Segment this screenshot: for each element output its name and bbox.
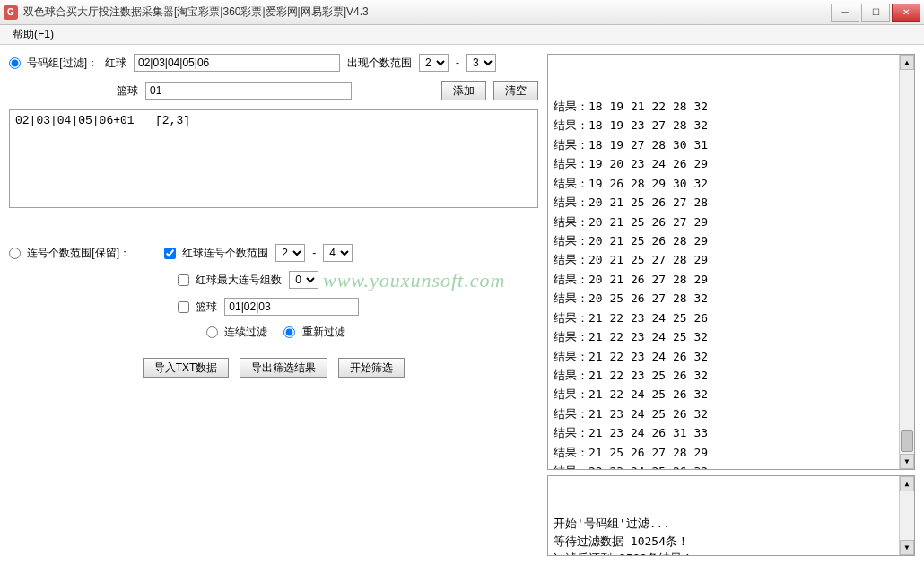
red-input[interactable]: [134, 54, 340, 72]
result-line: 结果：21 22 23 25 26 32: [554, 366, 893, 385]
blue-filter-input[interactable]: [224, 298, 359, 316]
red-range-max-select[interactable]: 4: [323, 244, 353, 262]
right-panel: 结果：18 19 21 22 28 32结果：18 19 23 27 28 32…: [547, 54, 915, 556]
left-panel: 号码组[过滤]： 红球 出现个数范围 2 - 3 篮球 添加 清空 02|03|…: [9, 54, 538, 556]
filter-group-radio-input[interactable]: [9, 57, 21, 69]
result-line: 结果：21 22 23 24 25 26: [554, 309, 893, 327]
range-min-select[interactable]: 2: [419, 54, 449, 72]
log-line: 开始'号码组'过滤...: [554, 515, 893, 533]
result-line: 结果：18 19 27 28 30 31: [554, 135, 893, 154]
import-button[interactable]: 导入TXT数据: [143, 358, 230, 378]
result-line: 结果：20 21 26 27 28 29: [554, 270, 893, 289]
cb-max-groups[interactable]: 红球最大连号组数: [178, 273, 282, 288]
export-button[interactable]: 导出筛选结果: [240, 358, 327, 378]
cb-blue[interactable]: 篮球: [178, 300, 217, 315]
window-controls: ─ ☐ ✕: [829, 4, 920, 22]
start-button[interactable]: 开始筛选: [338, 358, 405, 378]
maximize-button[interactable]: ☐: [861, 4, 890, 22]
continuous-filter-label: 连续过滤: [224, 326, 267, 338]
result-line: 结果：20 21 25 26 27 28: [554, 193, 893, 212]
result-line: 结果：21 23 24 26 31 33: [554, 423, 893, 442]
continuous-filter-radio-input[interactable]: [206, 326, 218, 338]
result-line: 结果：21 25 26 27 28 29: [554, 443, 893, 462]
refilter-radio[interactable]: 重新过滤: [283, 325, 344, 340]
menu-help[interactable]: 帮助(F1): [5, 25, 61, 44]
scroll-thumb[interactable]: [901, 430, 913, 452]
consecutive-range-label: 连号个数范围[保留]：: [27, 247, 130, 259]
result-line: 结果：19 26 28 29 30 32: [554, 174, 893, 193]
scroll-down-icon[interactable]: ▼: [900, 454, 914, 469]
range-label: 出现个数范围: [347, 56, 412, 71]
cb-red-range-input[interactable]: [164, 248, 176, 259]
result-line: 结果：20 21 25 26 28 29: [554, 231, 893, 250]
max-groups-select[interactable]: 0: [289, 271, 318, 289]
cb-max-groups-input[interactable]: [178, 274, 189, 286]
refilter-radio-input[interactable]: [283, 326, 295, 338]
cb-red-range[interactable]: 红球连号个数范围: [164, 246, 268, 261]
scroll-up-icon[interactable]: ▲: [900, 55, 914, 70]
results-box[interactable]: 结果：18 19 21 22 28 32结果：18 19 23 27 28 32…: [547, 54, 915, 470]
result-line: 结果：20 21 25 26 27 29: [554, 213, 893, 231]
result-line: 结果：20 25 26 27 28 32: [554, 289, 893, 308]
result-line: 结果：21 23 24 25 26 32: [554, 404, 893, 423]
cb-blue-input[interactable]: [178, 301, 189, 313]
refilter-label: 重新过滤: [302, 326, 345, 338]
log-line: 等待过滤数据 10254条！: [554, 533, 893, 551]
result-line: 结果：21 22 24 25 26 32: [554, 385, 893, 404]
consecutive-range-radio-input[interactable]: [9, 248, 21, 259]
red-label: 红球: [105, 56, 126, 71]
scroll-down-icon[interactable]: ▼: [900, 540, 914, 555]
log-line: 过滤后还剩 8589条结果！: [554, 550, 893, 556]
scroll-up-icon[interactable]: ▲: [900, 476, 914, 491]
blue-input[interactable]: [145, 82, 352, 100]
filter-list-box[interactable]: 02|03|04|05|06+01 [2,3]: [9, 109, 538, 208]
titlebar: G 双色球合买大厅投注数据采集器[淘宝彩票|360彩票|爱彩网|网易彩票]V4.…: [0, 0, 924, 25]
result-line: 结果：20 21 25 27 28 29: [554, 250, 893, 269]
log-scrollbar[interactable]: ▲ ▼: [899, 476, 914, 555]
window-title: 双色球合买大厅投注数据采集器[淘宝彩票|360彩票|爱彩网|网易彩票]V4.3: [23, 4, 829, 20]
result-line: 结果：18 19 21 22 28 32: [554, 97, 893, 116]
cb-red-range-label: 红球连号个数范围: [182, 247, 268, 259]
result-line: 结果：22 23 24 25 26 32: [554, 462, 893, 470]
add-button[interactable]: 添加: [441, 81, 486, 100]
range-max-select[interactable]: 3: [466, 54, 496, 72]
result-line: 结果：21 22 23 24 25 32: [554, 327, 893, 346]
cb-blue-label: 篮球: [196, 300, 217, 313]
results-scrollbar[interactable]: ▲ ▼: [899, 55, 914, 469]
close-button[interactable]: ✕: [892, 4, 920, 22]
clear-button[interactable]: 清空: [493, 81, 538, 100]
menubar: 帮助(F1): [0, 25, 924, 45]
cb-max-groups-label: 红球最大连号组数: [196, 274, 282, 286]
filter-group-label: 号码组[过滤]：: [27, 56, 98, 69]
log-box[interactable]: 开始'号码组'过滤...等待过滤数据 10254条！过滤后还剩 8589条结果！…: [547, 475, 915, 556]
continuous-filter-radio[interactable]: 连续过滤: [206, 325, 267, 340]
app-icon: G: [4, 5, 18, 20]
consecutive-range-radio[interactable]: 连号个数范围[保留]：: [9, 246, 130, 261]
result-line: 结果：19 20 23 24 26 29: [554, 154, 893, 173]
blue-label: 篮球: [117, 83, 138, 99]
result-line: 结果：18 19 23 27 28 32: [554, 116, 893, 135]
result-line: 结果：21 22 23 24 26 32: [554, 347, 893, 366]
minimize-button[interactable]: ─: [831, 4, 859, 22]
filter-group-radio[interactable]: 号码组[过滤]：: [9, 56, 98, 71]
red-range-min-select[interactable]: 2: [275, 244, 305, 262]
